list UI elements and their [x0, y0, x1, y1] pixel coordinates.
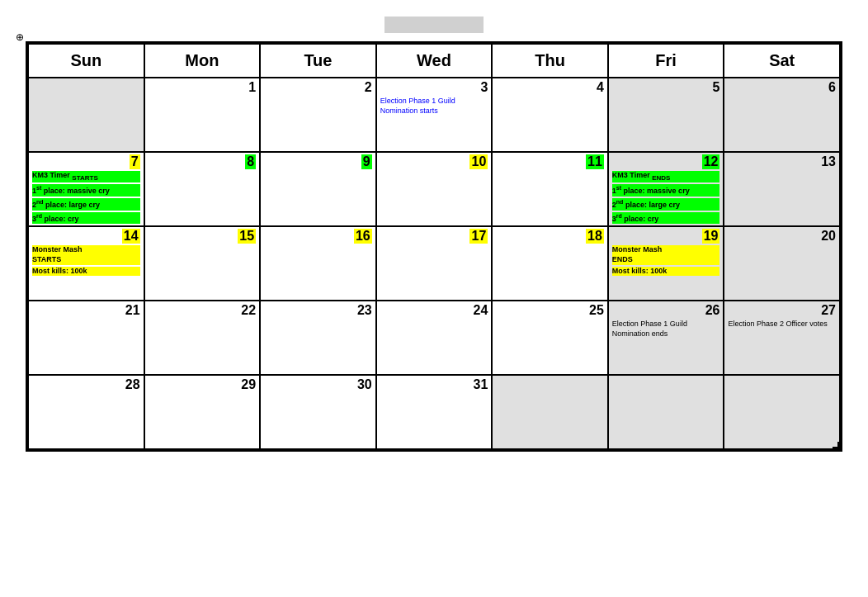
day-number: 6 [728, 80, 836, 95]
day-number: 18 [586, 229, 604, 244]
calendar-cell: 22 [144, 301, 261, 375]
calendar-event: 1st place: massive cry [32, 184, 140, 197]
day-number: 4 [496, 80, 604, 95]
day-number: 5 [612, 80, 720, 95]
calendar-cell: 12KM3 Timer ENDS1st place: massive cry2n… [608, 152, 724, 226]
header-day-tue: Tue [260, 44, 376, 78]
calendar-event: KM3 Timer ENDS [612, 171, 720, 182]
calendar-event: 3rd place: cry [32, 212, 140, 225]
calendar-cell [608, 375, 724, 449]
day-number: 21 [32, 303, 140, 318]
day-number: 10 [469, 154, 488, 169]
day-number: 9 [361, 154, 372, 169]
calendar-event: Election Phase 2 Officer votes [728, 320, 836, 329]
calendar-cell: 13 [724, 152, 840, 226]
calendar-cell: 11 [492, 152, 608, 226]
calendar-cell [492, 375, 608, 449]
calendar-cell: 10 [376, 152, 493, 226]
day-number: 7 [130, 154, 140, 169]
calendar-cell: 1 [144, 78, 261, 152]
calendar-cell: 20 [724, 226, 840, 301]
calendar-event: 1st place: massive cry [612, 184, 720, 197]
calendar-cell: 6 [724, 78, 840, 152]
calendar-cell: 18 [492, 226, 608, 301]
week-row-0: 123Election Phase 1 Guild Nomination sta… [28, 78, 840, 152]
day-number: 30 [264, 377, 372, 392]
day-number: 28 [32, 377, 140, 392]
calendar-cell: 15 [144, 226, 261, 301]
day-number: 26 [612, 303, 720, 318]
week-row-4: 28293031 [28, 375, 840, 449]
day-number: 27 [728, 303, 836, 318]
calendar-cell: 5 [608, 78, 724, 152]
calendar-cell: 23 [260, 301, 376, 375]
calendar-event: Most kills: 100k [612, 267, 720, 277]
week-row-2: 14Monster MashSTARTSMost kills: 100k1516… [28, 226, 840, 301]
move-handle[interactable]: ⊕ [16, 31, 24, 43]
day-number: 8 [245, 154, 256, 169]
calendar-event: 2nd place: large cry [612, 198, 720, 211]
calendar-cell: 9 [260, 152, 376, 226]
calendar-cell: 28 [28, 375, 144, 449]
day-number: 24 [380, 303, 488, 318]
calendar-cell: 7KM3 Timer STARTS1st place: massive cry2… [28, 152, 144, 226]
calendar-cell: 21 [28, 301, 144, 375]
title-container [384, 17, 484, 33]
calendar-event: KM3 Timer STARTS [32, 171, 140, 182]
calendar-event: Monster MashSTARTS [32, 245, 140, 264]
header-day-sat: Sat [724, 44, 840, 78]
calendar-cell: 17 [376, 226, 493, 301]
day-number: 13 [728, 154, 836, 169]
calendar-cell: 29 [144, 375, 261, 449]
calendar-cell: 8 [144, 152, 261, 226]
day-number: 2 [264, 80, 372, 95]
header-day-mon: Mon [144, 44, 261, 78]
calendar-event: Most kills: 100k [32, 267, 140, 277]
calendar-event: Monster MashENDS [612, 245, 720, 264]
calendar-wrapper: ⊕ SunMonTueWedThuFriSat 123Election Phas… [26, 41, 842, 452]
day-number: 12 [702, 154, 720, 169]
header-day-wed: Wed [376, 44, 493, 78]
day-number: 31 [380, 377, 488, 392]
week-row-3: 212223242526Election Phase 1 Guild Nomin… [28, 301, 840, 375]
calendar-event: 2nd place: large cry [32, 198, 140, 211]
day-number: 20 [728, 229, 836, 244]
calendar-cell: 16 [260, 226, 376, 301]
day-number: 15 [238, 229, 256, 244]
calendar-event: 3rd place: cry [612, 212, 720, 225]
day-number: 23 [264, 303, 372, 318]
calendar-table: SunMonTueWedThuFriSat 123Election Phase … [27, 43, 841, 450]
calendar-cell: 30 [260, 375, 376, 449]
day-number: 17 [469, 229, 488, 244]
calendar-cell: 14Monster MashSTARTSMost kills: 100k [28, 226, 144, 301]
day-number: 25 [496, 303, 604, 318]
week-row-1: 7KM3 Timer STARTS1st place: massive cry2… [28, 152, 840, 226]
calendar-cell: 31 [376, 375, 493, 449]
resize-handle[interactable] [833, 442, 839, 448]
day-number: 29 [149, 377, 257, 392]
calendar-event: Election Phase 1 Guild Nomination starts [380, 97, 488, 116]
day-number: 16 [354, 229, 372, 244]
day-number: 11 [586, 154, 604, 169]
calendar-cell: 3Election Phase 1 Guild Nomination start… [376, 78, 493, 152]
day-number: 19 [702, 229, 720, 244]
calendar-cell: 24 [376, 301, 493, 375]
calendar-cell: 19Monster MashENDSMost kills: 100k [608, 226, 724, 301]
header-day-thu: Thu [492, 44, 608, 78]
calendar-cell: 4 [492, 78, 608, 152]
calendar-cell: 27Election Phase 2 Officer votes [724, 301, 840, 375]
calendar-cell: 26Election Phase 1 Guild Nomination ends [608, 301, 724, 375]
day-number: 14 [122, 229, 140, 244]
header-day-sun: Sun [28, 44, 144, 78]
calendar-event: Election Phase 1 Guild Nomination ends [612, 320, 720, 339]
header-day-fri: Fri [608, 44, 724, 78]
calendar-cell [724, 375, 840, 449]
day-number: 22 [149, 303, 257, 318]
calendar-body: 123Election Phase 1 Guild Nomination sta… [28, 78, 840, 449]
day-number: 3 [380, 80, 488, 95]
header-row: SunMonTueWedThuFriSat [28, 44, 840, 78]
calendar-cell: 2 [260, 78, 376, 152]
calendar-cell: 25 [492, 301, 608, 375]
day-number: 1 [149, 80, 257, 95]
calendar-cell [28, 78, 144, 152]
